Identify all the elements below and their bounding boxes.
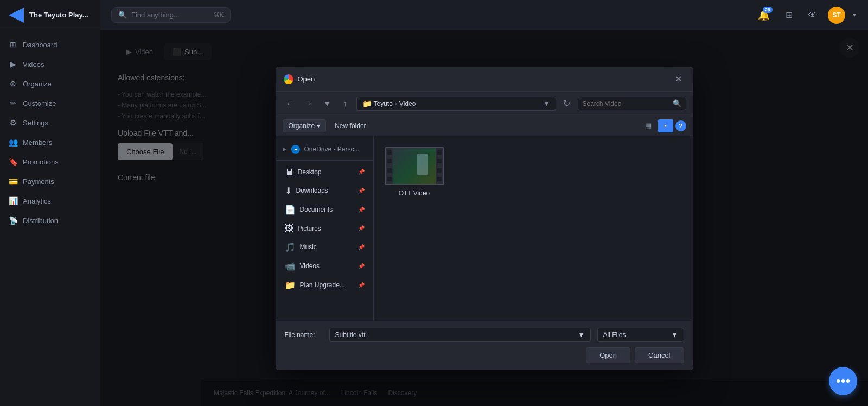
desktop-icon: 🖥 [285,167,293,177]
footer-row2: Open Cancel [285,347,684,363]
main-content: ▶ Video ⬛ Sub... Allowed estensions: - Y… [100,30,868,406]
notification-badge: 29 [763,7,773,13]
videos-folder-icon: 📹 [285,261,296,271]
sidebar-item-documents[interactable]: 📄 Documents 📌 [276,200,373,219]
sidebar-item-dashboard[interactable]: ⊞ Dashboard [0,35,100,54]
notifications-button[interactable]: 🔔 29 [754,5,774,25]
refresh-button[interactable]: ↻ [559,96,575,111]
expand-icon: ▶ [283,146,287,152]
file-name-field-label: File name: [285,331,323,339]
dialog-close-button[interactable]: ✕ [672,73,685,86]
sidebar-item-promotions[interactable]: 🔖 Promotions [0,152,100,172]
breadcrumb-current: Video [399,100,416,107]
sidebar-item-label: Promotions [23,158,59,166]
sidebar-item-music[interactable]: 🎵 Music 📌 [276,238,373,257]
pictures-label: Pictures [298,225,321,232]
film-hole [387,168,392,173]
organize-label: Organize [289,122,315,130]
payments-icon: 💳 [9,177,17,186]
file-name-input[interactable]: Subtitle.vtt ▼ [329,328,591,342]
sidebar-item-onedrive[interactable]: ▶ ☁ OneDrive - Persc... [276,141,373,158]
music-icon: 🎵 [285,242,296,252]
file-thumbnail-ott-video[interactable]: OTT Video [385,147,444,197]
waterfall-visual [417,154,428,175]
app-name: The Teyuto Play... [29,11,88,19]
film-hole [437,168,442,173]
dialog-sidebar: ▶ ☁ OneDrive - Persc... 🖥 Desktop 📌 ⬇ [276,136,374,321]
sidebar-item-organize[interactable]: ⊕ Organize [0,74,100,93]
videos-label: Videos [300,262,320,270]
topbar-eye-icon[interactable]: 👁 [804,7,821,24]
dialog-title: Open [298,75,315,83]
breadcrumb-dropdown-icon[interactable]: ▼ [544,100,550,107]
film-hole [387,150,392,155]
organize-button[interactable]: Organize ▾ [283,119,327,132]
search-bar[interactable]: 🔍 Find anything... ⌘K [111,7,231,23]
settings-icon: ⚙ [9,118,17,127]
sidebar-item-pictures[interactable]: 🖼 Pictures 📌 [276,219,373,238]
file-name-dropdown-icon: ▼ [578,331,585,339]
members-icon: 👥 [9,138,17,147]
help-button[interactable]: ? [675,120,686,131]
sidebar-item-label: Settings [23,119,48,127]
sidebar-item-label: Members [23,138,52,147]
new-folder-button[interactable]: New folder [330,120,370,132]
view-large-icons-button[interactable]: ▪ [658,119,673,132]
sidebar-item-members[interactable]: 👥 Members [0,132,100,152]
analytics-icon: 📊 [9,196,17,205]
music-label: Music [300,243,317,251]
film-image [393,148,436,184]
view-buttons: ▦ ▪ ? [641,119,686,132]
topbar-right: 🔔 29 ⊞ 👁 ST ▼ [754,5,857,25]
dialog-actions-bar: Organize ▾ New folder ▦ ▪ ? [276,116,693,136]
file-type-dropdown-icon: ▼ [672,331,678,339]
file-type-select[interactable]: All Files ▼ [597,328,684,342]
forward-button[interactable]: → [301,96,316,111]
film-hole [387,177,392,181]
sidebar-item-videos[interactable]: ▶ Videos [0,54,100,74]
pin-icon-documents: 📌 [358,207,365,213]
film-strip-right [436,148,443,184]
sidebar-item-videos[interactable]: 📹 Videos 📌 [276,257,373,276]
up-button[interactable]: ↑ [338,96,353,111]
distribution-icon: 📡 [9,216,17,225]
view-details-button[interactable]: ▦ [641,119,656,132]
search-placeholder-text: Find anything... [131,11,180,19]
sidebar-item-settings[interactable]: ⚙ Settings [0,113,100,132]
sidebar-item-desktop[interactable]: 🖥 Desktop 📌 [276,163,373,181]
dialog-body: ▶ ☁ OneDrive - Persc... 🖥 Desktop 📌 ⬇ [276,136,693,321]
sidebar-item-label: Customize [23,99,56,107]
pin-icon-pictures: 📌 [358,225,365,231]
promotions-icon: 🔖 [9,157,17,166]
film-hole [437,177,442,181]
film-strip-left [386,148,393,184]
dropdown-nav-button[interactable]: ▾ [320,96,335,111]
sidebar-item-downloads[interactable]: ⬇ Downloads 📌 [276,181,373,200]
dashboard-icon: ⊞ [9,40,17,49]
topbar-chevron-icon: ▼ [852,12,857,18]
sidebar-item-plan-upgrade[interactable]: 📁 Plan Upgrade... 📌 [276,276,373,295]
dialog-search-input[interactable] [583,100,669,107]
pin-icon-videos: 📌 [358,263,365,269]
organize-icon: ⊕ [9,79,17,88]
onedrive-icon: ☁ [291,145,300,154]
sidebar: The Teyuto Play... ⊞ Dashboard ▶ Videos … [0,0,100,406]
film-hole [387,159,392,163]
cancel-button[interactable]: Cancel [635,347,684,363]
documents-icon: 📄 [285,205,296,215]
dialog-search-box[interactable]: 🔍 [578,97,686,110]
chat-bubble-button[interactable] [829,367,857,395]
pin-icon-music: 📌 [358,244,365,250]
dialog-footer: File name: Subtitle.vtt ▼ All Files ▼ Op… [276,321,693,370]
sidebar-item-distribution[interactable]: 📡 Distribution [0,211,100,230]
videos-icon: ▶ [9,60,17,68]
dialog-titlebar: Open ✕ [276,67,693,92]
sidebar-item-payments[interactable]: 💳 Payments [0,172,100,191]
plan-upgrade-label: Plan Upgrade... [300,281,345,289]
sidebar-item-customize[interactable]: ✏ Customize [0,93,100,113]
open-button[interactable]: Open [586,347,630,363]
back-button[interactable]: ← [283,96,298,111]
sidebar-item-analytics[interactable]: 📊 Analytics [0,191,100,211]
user-avatar[interactable]: ST [828,7,845,24]
topbar-grid-icon[interactable]: ⊞ [780,7,797,24]
